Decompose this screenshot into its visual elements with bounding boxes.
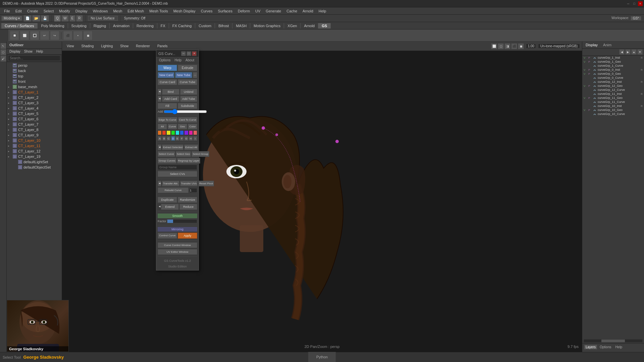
menu-mesh[interactable]: Mesh xyxy=(110,8,125,14)
gs-color-6[interactable] xyxy=(180,130,184,135)
outliner-item-18[interactable]: □defaultLightSet xyxy=(7,159,62,165)
cb-item-13[interactable]: V P curveGrp_10_Geo xyxy=(582,108,644,112)
rotate-tool-btn[interactable]: E xyxy=(69,15,76,22)
gs-about-menu[interactable]: About xyxy=(184,58,196,62)
gs-select-cvs-btn[interactable]: Select CVs xyxy=(158,171,197,177)
gs-letter-h[interactable]: H xyxy=(189,136,193,141)
cb-item-3[interactable]: V P curveGrp_0_Inst R xyxy=(582,68,644,72)
gs-letter-f[interactable]: F xyxy=(180,136,184,141)
cb-item-4[interactable]: V P curveGrp_0_Geo xyxy=(582,72,644,76)
shelf-icon-7[interactable]: ▪ xyxy=(73,31,83,40)
shelf-icon-1[interactable]: 🔲 xyxy=(10,31,19,40)
cb-item-2[interactable]: curveGrp_1_Curve xyxy=(582,64,644,68)
cb-arrow-down-btn[interactable]: ▼ xyxy=(637,49,643,55)
shelf-tab-bifrost[interactable]: Bifrost xyxy=(215,23,232,28)
vp-icon-2[interactable]: ◻ xyxy=(498,43,504,49)
tool-lasso[interactable]: ⬡ xyxy=(0,49,6,55)
gs-color-2[interactable] xyxy=(162,130,166,135)
shelf-tab-curves-surfaces[interactable]: Curves / Surfaces xyxy=(1,23,38,28)
cb-item-6[interactable]: curveGrp_12_Inst R xyxy=(582,80,644,84)
shelf-tab-animation[interactable]: Animation xyxy=(110,23,133,28)
menu-arnold[interactable]: Arnold xyxy=(300,8,316,14)
cb-item-14[interactable]: curveGrp_10_Curve xyxy=(582,112,644,116)
gs-curve-tube-btn[interactable]: Curve Tube xyxy=(178,79,197,85)
menu-deform[interactable]: Deform xyxy=(235,8,253,14)
shelf-tab-arnold[interactable]: Arnold xyxy=(301,23,318,28)
viewport-panels-menu[interactable]: Panels xyxy=(155,44,170,49)
outliner-item-10[interactable]: ▸□CT_Layer_6 xyxy=(7,116,62,122)
main-viewport[interactable]: View Shading Lighting Show Renderer Pane… xyxy=(62,42,582,352)
shelf-tab-rigging[interactable]: Rigging xyxy=(90,23,110,28)
outliner-help-menu[interactable]: Help xyxy=(35,49,45,54)
shelf-tab-rendering[interactable]: Rendering xyxy=(133,23,157,28)
cb-arrow-up-btn[interactable]: ▲ xyxy=(631,49,637,55)
minimize-button[interactable]: ─ xyxy=(626,1,631,6)
shelf-tab-motion[interactable]: Motion Graphics xyxy=(250,23,284,28)
gs-uv-editor-window-btn[interactable]: UV Editor Window xyxy=(158,249,197,255)
outliner-item-9[interactable]: ▸□CT_Layer_5 xyxy=(7,111,62,116)
menu-select[interactable]: Select xyxy=(41,8,57,14)
cb-arrow-left-btn[interactable]: ◀ xyxy=(619,49,625,55)
viewport-view-menu[interactable]: View xyxy=(64,44,77,49)
gs-letter-g[interactable]: G xyxy=(184,136,188,141)
shelf-icon-4[interactable]: ↩ xyxy=(40,31,49,40)
cb-item-7[interactable]: V P curveGrp_12_Geo xyxy=(582,84,644,88)
outliner-item-5[interactable]: ▸□CT_Layer_1 xyxy=(7,89,62,95)
menu-surfaces[interactable]: Surfaces xyxy=(215,8,235,14)
outliner-item-16[interactable]: ▸□CT_Layer_12 xyxy=(7,148,62,154)
menu-help[interactable]: Help xyxy=(316,8,329,14)
workspace-dropdown[interactable]: GS* xyxy=(631,16,641,20)
gs-transfer-attr-label[interactable]: Transfer Attr. xyxy=(162,181,179,186)
outliner-item-15[interactable]: ▸□CT_Layer_11 xyxy=(7,143,62,148)
menu-edit[interactable]: Edit xyxy=(13,8,24,14)
outliner-item-2[interactable]: 📷top xyxy=(7,73,62,79)
gs-control-curve-btn[interactable]: Control Curve xyxy=(158,233,177,239)
outliner-item-4[interactable]: ▸⬡base_mesh xyxy=(7,84,62,89)
vp-icon-4[interactable]: ⬛ xyxy=(511,43,517,49)
gs-transfer-attr-btn[interactable]: ◀ xyxy=(158,181,161,186)
gs-warp-tab[interactable]: Warp xyxy=(158,65,177,71)
shelf-tab-fx[interactable]: FX xyxy=(157,23,169,28)
gs-rebuild-curve-btn[interactable]: Rebuild Curve xyxy=(158,187,189,193)
shelf-tab-gs[interactable]: GS xyxy=(318,23,331,28)
gs-curve-control-window-btn[interactable]: Curve Control Window xyxy=(158,242,197,248)
gs-options-menu[interactable]: Options xyxy=(158,58,172,62)
gs-extract-selected-btn[interactable]: ◀ xyxy=(158,144,161,150)
gs-factor-slider[interactable] xyxy=(167,219,197,223)
modeling-dropdown[interactable]: Modeling ▾ xyxy=(1,16,22,21)
shelf-icon-6[interactable]: ⬛ xyxy=(63,31,72,40)
gs-regroup-btn[interactable]: Regroup by Layer xyxy=(177,158,201,164)
gs-letter-a[interactable]: A xyxy=(158,136,162,141)
gs-more-btn[interactable]: ··· xyxy=(193,72,198,78)
menu-create[interactable]: Create xyxy=(24,8,41,14)
vp-icon-3[interactable]: ◨ xyxy=(504,43,511,49)
select-tool-btn[interactable]: Q xyxy=(54,15,61,22)
gs-color-5[interactable] xyxy=(175,130,179,135)
viewport-renderer-menu[interactable]: Renderer xyxy=(133,44,153,49)
vp-icon-1[interactable]: ⬜ xyxy=(491,43,497,49)
outliner-item-11[interactable]: ▸□CT_Layer_7 xyxy=(7,122,62,127)
gs-transfer-uvs-btn[interactable]: Transfer UVs xyxy=(180,181,198,186)
gs-color-1[interactable] xyxy=(158,130,162,135)
menu-curves[interactable]: Curves xyxy=(198,8,215,14)
channelbox-scrollbar[interactable] xyxy=(584,339,643,343)
no-live-surface[interactable]: No Live Surface xyxy=(88,16,118,21)
gs-curve-card-btn[interactable]: Curve Card xyxy=(158,79,177,85)
vp-icon-5[interactable]: ◼ xyxy=(518,43,524,49)
shelf-icon-8[interactable]: ◼ xyxy=(83,31,93,40)
gs-select-curve-btn[interactable]: Select Curve xyxy=(158,151,175,157)
gs-letter-c[interactable]: C xyxy=(166,136,170,141)
menu-modify[interactable]: Modify xyxy=(56,8,72,14)
gs-edge-to-curve-btn[interactable]: Edge To Curve xyxy=(158,117,177,123)
cb-item-12[interactable]: curveGrp_10_Inst R xyxy=(582,104,644,108)
gs-apply-btn[interactable]: Apply xyxy=(178,233,197,239)
outliner-item-1[interactable]: 📷back xyxy=(7,68,62,73)
outliner-item-14[interactable]: ▸□CT_Layer_10 xyxy=(7,138,62,143)
menu-uv[interactable]: UV xyxy=(253,8,263,14)
outliner-item-19[interactable]: □defaultObjectSet xyxy=(7,165,62,170)
menu-mesh-display[interactable]: Mesh Display xyxy=(171,8,198,14)
menu-file[interactable]: File xyxy=(1,8,13,14)
gs-card-to-curve-btn[interactable]: Card To Curve xyxy=(178,117,197,123)
gs-select-geo-btn[interactable]: Select Geo xyxy=(176,151,191,157)
dp-tab-options[interactable]: Options xyxy=(598,345,612,349)
